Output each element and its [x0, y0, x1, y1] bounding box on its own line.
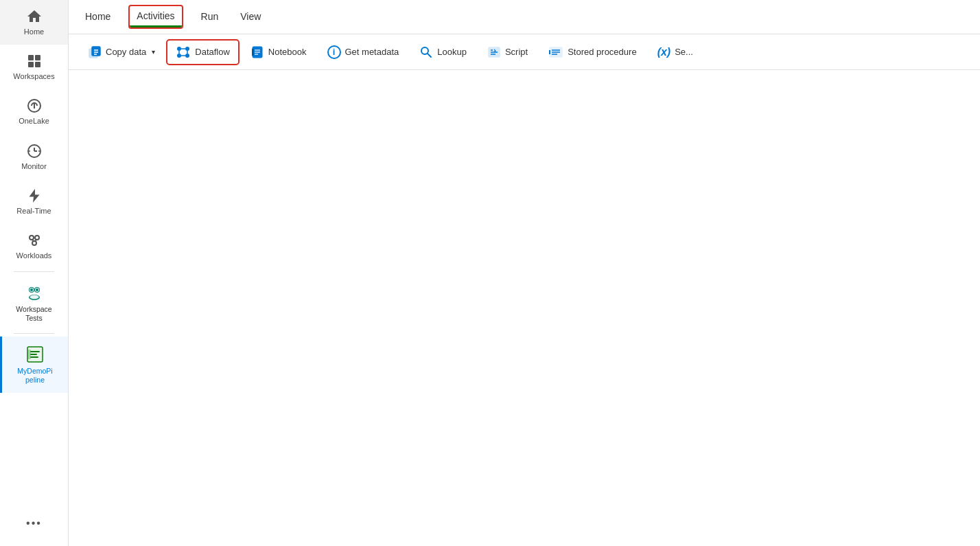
- svg-point-11: [30, 236, 34, 240]
- stored-procedure-icon: [548, 45, 563, 59]
- svg-rect-0: [28, 55, 34, 60]
- monitor-icon: [26, 143, 43, 159]
- top-nav: Home Activities Run View: [69, 0, 980, 34]
- svg-point-21: [30, 295, 38, 299]
- svg-point-13: [32, 241, 36, 245]
- svg-rect-3: [35, 62, 40, 67]
- svg-point-36: [177, 54, 181, 58]
- sidebar-item-mydemo-label: MyDemoPipeline: [17, 367, 52, 384]
- copy-data-icon: [88, 45, 102, 59]
- notebook-button[interactable]: Notebook: [242, 41, 315, 63]
- svg-line-14: [32, 240, 34, 241]
- sidebar-more[interactable]: •••: [0, 509, 68, 546]
- main-content: Home Activities Run View Copy data ▾: [69, 0, 980, 546]
- set-variable-button[interactable]: (x) Se...: [649, 42, 701, 62]
- notebook-label: Notebook: [268, 47, 307, 57]
- sidebar-item-workloads-label: Workloads: [16, 251, 52, 260]
- set-variable-label: Se...: [675, 47, 693, 57]
- activities-label: Activities: [137, 10, 174, 21]
- sidebar-item-workspace-tests-label: WorkspaceTests: [16, 305, 51, 322]
- svg-rect-26: [30, 354, 37, 355]
- get-metadata-icon: i: [327, 45, 341, 59]
- workloads-icon: [26, 232, 43, 249]
- sidebar-item-workspace-tests[interactable]: WorkspaceTests: [0, 275, 68, 330]
- workspaces-icon: [26, 53, 43, 69]
- dataflow-label: Dataflow: [195, 47, 230, 57]
- svg-point-12: [35, 236, 39, 240]
- script-button[interactable]: Script: [479, 41, 536, 63]
- notebook-icon: [250, 45, 264, 59]
- nav-item-run[interactable]: Run: [198, 1, 222, 33]
- get-metadata-label: Get metadata: [345, 47, 399, 57]
- svg-rect-27: [30, 356, 38, 358]
- realtime-icon: [26, 187, 43, 204]
- svg-line-15: [34, 240, 37, 241]
- lookup-label: Lookup: [437, 47, 467, 57]
- sidebar: Home Workspaces OneLake: [0, 0, 69, 546]
- sidebar-item-mydemo[interactable]: MyDemoPipeline: [0, 337, 68, 392]
- sidebar-item-realtime-label: Real-Time: [16, 207, 51, 216]
- dataflow-button[interactable]: Dataflow: [167, 41, 238, 64]
- sidebar-item-workspaces[interactable]: Workspaces: [0, 45, 68, 89]
- svg-point-34: [177, 47, 181, 51]
- copy-data-label: Copy data: [106, 47, 146, 57]
- script-icon: [487, 45, 501, 59]
- svg-point-22: [30, 288, 33, 291]
- sidebar-item-onelake-label: OneLake: [19, 117, 49, 126]
- set-variable-icon: (x): [657, 46, 671, 58]
- copy-data-button[interactable]: Copy data ▾: [80, 41, 163, 63]
- svg-rect-2: [28, 62, 34, 67]
- svg-rect-1: [35, 55, 40, 60]
- lookup-button[interactable]: Lookup: [411, 41, 475, 63]
- content-area: [69, 70, 980, 546]
- nav-item-view[interactable]: View: [237, 1, 264, 33]
- get-metadata-button[interactable]: i Get metadata: [319, 41, 408, 63]
- nav-item-home[interactable]: Home: [82, 1, 113, 33]
- svg-line-48: [428, 54, 431, 57]
- sidebar-item-onelake[interactable]: OneLake: [0, 89, 68, 134]
- svg-point-37: [185, 54, 189, 58]
- svg-rect-43: [252, 49, 254, 56]
- svg-point-23: [36, 288, 38, 291]
- sidebar-item-workloads[interactable]: Workloads: [0, 224, 68, 269]
- more-icon: •••: [26, 517, 42, 530]
- sidebar-separator: [14, 271, 54, 272]
- sidebar-item-workspaces-label: Workspaces: [13, 72, 54, 81]
- sidebar-item-realtime[interactable]: Real-Time: [0, 179, 68, 224]
- stored-procedure-button[interactable]: Stored procedure: [540, 41, 644, 63]
- toolbar: Copy data ▾ Dataflow: [69, 34, 980, 70]
- copy-data-dropdown-arrow: ▾: [152, 48, 155, 56]
- onelake-icon: [26, 98, 43, 114]
- workspace-tests-icon: [25, 283, 44, 302]
- svg-rect-25: [30, 351, 40, 352]
- dataflow-icon: [176, 45, 191, 60]
- home-icon: [26, 8, 43, 25]
- sidebar-item-monitor-label: Monitor: [21, 162, 47, 171]
- sidebar-item-monitor[interactable]: Monitor: [0, 135, 68, 179]
- nav-item-activities[interactable]: Activities: [130, 6, 181, 27]
- stored-procedure-label: Stored procedure: [568, 47, 636, 57]
- sidebar-item-home-label: Home: [24, 27, 44, 36]
- svg-rect-28: [27, 350, 31, 359]
- script-label: Script: [505, 47, 528, 57]
- mydemo-icon: [25, 345, 45, 364]
- svg-point-35: [185, 47, 189, 51]
- lookup-icon: [419, 45, 433, 59]
- sidebar-item-home[interactable]: Home: [0, 0, 68, 45]
- sidebar-separator-2: [14, 333, 54, 334]
